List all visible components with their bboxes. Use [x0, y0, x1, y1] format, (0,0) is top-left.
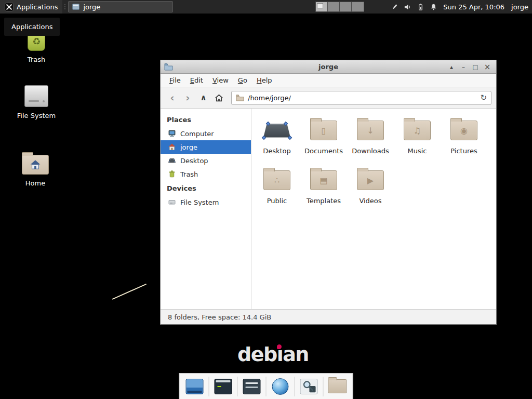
menu-file[interactable]: File: [165, 74, 185, 87]
workspace-2[interactable]: [328, 2, 340, 11]
share-emblem-icon: ∴: [264, 171, 290, 190]
folder-icon: ▶: [357, 170, 384, 190]
titlebar[interactable]: jorge ▴ – □ ×: [161, 60, 496, 74]
folder-item-videos[interactable]: ▶ Videos: [347, 165, 394, 215]
dock-item-terminal[interactable]: [213, 376, 234, 397]
window-content: Places Computer jorge: [161, 109, 496, 309]
menu-help[interactable]: Help: [252, 74, 277, 87]
folder-label: Music: [408, 147, 427, 155]
camera-emblem-icon: ◉: [451, 121, 477, 140]
sidebar-label: Computer: [180, 130, 214, 138]
shade-button[interactable]: ▴: [446, 62, 457, 72]
workspace-3[interactable]: [340, 2, 352, 11]
dock-item-panel[interactable]: [242, 376, 262, 397]
desktop-icon-filesystem[interactable]: File System: [9, 83, 63, 119]
wordmark-left: deb: [237, 343, 277, 366]
dock-item-file-manager[interactable]: [327, 376, 348, 397]
sidebar-label: Trash: [180, 170, 198, 178]
terminal-icon: [215, 379, 232, 394]
folder-item-public[interactable]: ∴ Public: [254, 165, 300, 215]
window-folder-icon: [164, 63, 173, 71]
toolbar: ‹ › ∧ /home/jorge/ ↻: [161, 87, 496, 109]
taskbar-window-label: jorge: [83, 3, 100, 11]
dock: [179, 373, 353, 399]
folder-item-desktop[interactable]: Desktop: [254, 115, 300, 165]
battery-icon[interactable]: [417, 3, 424, 11]
desktop-icon: [168, 156, 176, 165]
folder-label: Videos: [359, 197, 381, 205]
menu-view[interactable]: View: [208, 74, 233, 87]
panel-settings-icon: [243, 379, 261, 394]
workspace-1[interactable]: [316, 2, 328, 11]
volume-icon[interactable]: [404, 3, 411, 11]
sidebar-label: jorge: [180, 143, 197, 151]
magnifier-icon: [300, 379, 318, 394]
path-bar[interactable]: /home/jorge/ ↻: [231, 91, 491, 105]
dock-item-web-browser[interactable]: [270, 376, 291, 397]
user-menu[interactable]: jorge: [511, 3, 528, 11]
drive-icon: [168, 198, 176, 206]
chevron-left-icon: ‹: [170, 93, 175, 103]
computer-icon: [168, 129, 176, 138]
folder-icon: [328, 379, 347, 393]
home-icon: [168, 143, 176, 151]
desktop-icon-home[interactable]: Home: [8, 151, 62, 187]
music-note-icon: ♫: [404, 121, 430, 140]
sidebar-item-desktop[interactable]: Desktop: [161, 154, 251, 167]
maximize-button[interactable]: □: [470, 62, 481, 72]
video-emblem-icon: ▶: [357, 171, 383, 190]
refresh-icon[interactable]: ↻: [480, 93, 487, 102]
debian-wordmark: debıan: [237, 343, 309, 367]
folder-item-downloads[interactable]: ↓ Downloads: [347, 115, 394, 165]
dock-item-show-desktop[interactable]: [184, 376, 205, 397]
folder-item-documents[interactable]: ▯ Documents: [300, 115, 347, 165]
workspace-pager[interactable]: [315, 2, 364, 12]
sidebar-item-jorge[interactable]: jorge: [161, 140, 251, 154]
trash-icon: [168, 170, 176, 178]
folder-label: Desktop: [263, 147, 291, 155]
diagonal-line-artifact: [112, 284, 147, 300]
sidebar-item-filesystem[interactable]: File System: [161, 195, 251, 209]
filesystem-drive-icon: [24, 85, 48, 107]
sidebar-label: Desktop: [180, 157, 208, 165]
sidebar-item-trash[interactable]: Trash: [161, 167, 251, 181]
sidebar-label: File System: [180, 198, 219, 206]
folder-icon: ▯: [310, 121, 337, 140]
applications-menu-icon: [5, 3, 14, 11]
dock-separator: [209, 377, 209, 396]
bell-icon[interactable]: [430, 3, 437, 11]
folder-label: Documents: [304, 147, 343, 155]
taskbar-window-icon: [72, 4, 79, 10]
home-button[interactable]: [212, 91, 226, 105]
sidebar: Places Computer jorge: [161, 109, 251, 309]
pen-icon[interactable]: [391, 3, 398, 11]
applications-menu-button[interactable]: Applications: [0, 0, 62, 14]
back-button[interactable]: ‹: [165, 91, 179, 105]
clock[interactable]: Sun 25 Apr, 10:06: [443, 3, 504, 11]
close-button[interactable]: ×: [482, 62, 493, 72]
statusbar: 8 folders, Free space: 14.4 GiB: [161, 309, 496, 324]
chevron-right-icon: ›: [186, 93, 190, 103]
taskbar-window-button[interactable]: jorge: [68, 1, 173, 12]
dock-item-app-finder[interactable]: [299, 376, 320, 397]
folder-grid: Desktop ▯ Documents ↓ Downloads: [254, 115, 496, 215]
minimize-button[interactable]: –: [458, 62, 469, 72]
path-folder-icon: [236, 94, 244, 101]
forward-button[interactable]: ›: [181, 91, 195, 105]
dock-separator: [295, 377, 295, 396]
globe-icon: [272, 378, 289, 395]
menu-go[interactable]: Go: [233, 74, 252, 87]
filesystem-label: File System: [17, 112, 56, 119]
folder-view: Desktop ▯ Documents ↓ Downloads: [251, 109, 496, 309]
folder-icon: ◉: [450, 121, 477, 140]
sidebar-item-computer[interactable]: Computer: [161, 127, 251, 140]
folder-item-music[interactable]: ♫ Music: [394, 115, 441, 165]
folder-item-pictures[interactable]: ◉ Pictures: [441, 115, 487, 165]
folder-item-templates[interactable]: ▤ Templates: [300, 165, 347, 215]
wordmark-right: an: [283, 343, 309, 366]
path-text[interactable]: /home/jorge/: [248, 94, 476, 102]
devices-heading: Devices: [161, 181, 251, 195]
up-button[interactable]: ∧: [196, 91, 210, 105]
workspace-4[interactable]: [352, 2, 364, 11]
menu-edit[interactable]: Edit: [185, 74, 208, 87]
